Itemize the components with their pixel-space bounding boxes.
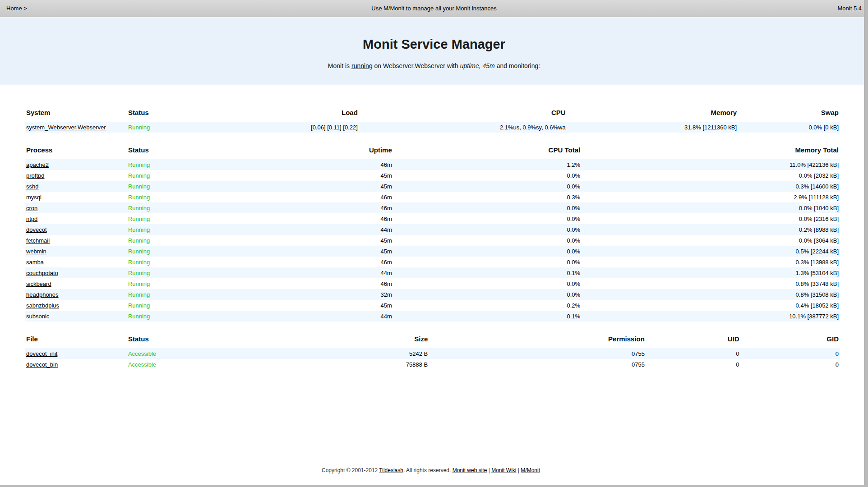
home-link[interactable]: Home: [6, 5, 22, 12]
mmonit-link[interactable]: M/Monit: [383, 5, 404, 12]
process-table-row: ntpd Running 46m 0.0% 0.0% [2316 kB]: [25, 213, 840, 224]
uptime-value: 44m: [229, 311, 393, 322]
column-header-system: System: [25, 107, 127, 122]
memory-total-value: 1.3% [53104 kB]: [582, 267, 840, 278]
process-service-link[interactable]: samba: [26, 259, 44, 266]
process-service-link[interactable]: apache2: [26, 161, 49, 168]
column-header-load: Load: [229, 107, 359, 122]
promo-suffix: to manage all your Monit instances: [406, 5, 497, 12]
promo-prefix: Use: [371, 5, 382, 12]
page-header: Monit Service Manager Monit is running o…: [0, 17, 868, 85]
file-table: File Status Size Permission UID GID dove…: [25, 333, 840, 370]
monit-website-link[interactable]: Monit web site: [452, 467, 487, 473]
gid-value: 0: [741, 359, 840, 370]
memory-total-value: 0.0% [2032 kB]: [582, 170, 840, 181]
cpu-total-value: 0.3%: [393, 192, 582, 202]
uptime-value: 46m: [229, 213, 393, 224]
process-service-link[interactable]: proftpd: [26, 172, 44, 179]
copyright-text: Copyright © 2001-2012: [322, 467, 378, 473]
system-service-link[interactable]: system_Webserver.Webserver: [26, 124, 106, 131]
process-service-link[interactable]: headphones: [26, 291, 59, 298]
file-service-link[interactable]: dovecot_bin: [26, 361, 58, 368]
cpu-total-value: 0.1%: [393, 267, 582, 278]
process-service-link[interactable]: dovecot: [26, 226, 47, 233]
monit-version-link[interactable]: Monit 5.4: [838, 5, 862, 12]
main-content: System Status Load CPU Memory Swap syste…: [0, 107, 868, 370]
service-status: Accessible: [127, 348, 229, 359]
memory-total-value: 0.2% [8988 kB]: [582, 224, 840, 235]
process-table-row: sickbeard Running 46m 0.0% 0.8% [33748 k…: [25, 278, 840, 289]
running-status-link[interactable]: running: [351, 62, 373, 69]
breadcrumb-separator: >: [22, 5, 27, 12]
memory-total-value: 0.5% [22244 kB]: [582, 246, 840, 257]
service-status: Running: [127, 235, 229, 246]
process-service-link[interactable]: ntpd: [26, 216, 37, 222]
footer-separator: |: [489, 467, 490, 473]
cpu-total-value: 0.2%: [393, 300, 582, 311]
memory-total-value: 0.4% [18052 kB]: [582, 300, 840, 311]
service-status: Accessible: [127, 359, 229, 370]
column-header-status: Status: [127, 144, 229, 159]
window-bottom-edge: [0, 485, 868, 487]
cpu-value: 2.1%us, 0.9%sy, 0.6%wa: [359, 122, 567, 133]
process-service-link[interactable]: sickbeard: [26, 280, 51, 287]
memory-total-value: 0.0% [2316 kB]: [582, 213, 840, 224]
process-service-link[interactable]: sabnzbdplus: [26, 302, 59, 309]
column-header-status: Status: [127, 333, 229, 348]
process-table-row: proftpd Running 45m 0.0% 0.0% [2032 kB]: [25, 170, 840, 181]
tildeslash-link[interactable]: Tildeslash: [379, 467, 403, 473]
column-header-cpu-total: CPU Total: [393, 144, 582, 159]
cpu-total-value: 0.0%: [393, 278, 582, 289]
cpu-total-value: 0.0%: [393, 213, 582, 224]
column-header-uid: UID: [646, 333, 741, 348]
memory-total-value: 0.8% [31508 kB]: [582, 289, 840, 300]
service-status: Running: [127, 267, 229, 278]
column-header-permission: Permission: [429, 333, 646, 348]
file-service-link[interactable]: dovecot_init: [26, 350, 57, 357]
process-table-header-row: Process Status Uptime CPU Total Memory T…: [25, 144, 840, 159]
process-service-link[interactable]: sshd: [26, 183, 38, 190]
process-service-link[interactable]: couchpotato: [26, 270, 58, 276]
process-service-link[interactable]: fetchmail: [26, 237, 50, 244]
uid-value: 0: [646, 359, 741, 370]
memory-total-value: 0.0% [3064 kB]: [582, 235, 840, 246]
system-table-header-row: System Status Load CPU Memory Swap: [25, 107, 840, 122]
process-service-link[interactable]: cron: [26, 205, 37, 211]
monit-wiki-link[interactable]: Monit Wiki: [491, 467, 516, 473]
memory-total-value: 0.3% [14600 kB]: [582, 181, 840, 192]
vertical-scrollbar[interactable]: [864, 0, 868, 487]
breadcrumb: Home >: [6, 5, 27, 12]
mmonit-promo-message: Use M/Monit to manage all your Monit ins…: [0, 5, 868, 12]
service-status: Running: [127, 289, 229, 300]
file-table-row: dovecot_bin Accessible 75888 B 0755 0 0: [25, 359, 840, 370]
process-table-row: sshd Running 45m 0.0% 0.3% [14600 kB]: [25, 181, 840, 192]
cpu-total-value: 0.0%: [393, 289, 582, 300]
process-table-row: sabnzbdplus Running 45m 0.2% 0.4% [18052…: [25, 300, 840, 311]
cpu-total-value: 0.0%: [393, 246, 582, 257]
uptime-value: 32m: [229, 289, 393, 300]
uptime-value: 44m: [229, 224, 393, 235]
uid-value: 0: [646, 348, 741, 359]
service-status: Running: [127, 278, 229, 289]
cpu-total-value: 0.0%: [393, 235, 582, 246]
memory-total-value: 10.1% [387772 kB]: [582, 311, 840, 322]
service-status: Running: [127, 170, 229, 181]
rights-text: . All rights reserved.: [403, 467, 451, 473]
cpu-total-value: 0.0%: [393, 170, 582, 181]
column-header-memory-total: Memory Total: [582, 144, 840, 159]
page-title: Monit Service Manager: [0, 17, 868, 52]
process-service-link[interactable]: mysql: [26, 194, 42, 201]
service-status: Running: [127, 300, 229, 311]
process-service-link[interactable]: subsonic: [26, 313, 49, 320]
cpu-total-value: 1.2%: [393, 159, 582, 170]
uptime-value: 46m: [229, 257, 393, 267]
process-service-link[interactable]: webmin: [26, 248, 46, 255]
mmonit-footer-link[interactable]: M/Monit: [521, 467, 540, 473]
status-prefix: Monit is: [328, 62, 350, 69]
process-table-row: subsonic Running 44m 0.1% 10.1% [387772 …: [25, 311, 840, 322]
service-status: Running: [127, 202, 229, 213]
uptime-value: 46m: [229, 192, 393, 202]
memory-total-value: 0.8% [33748 kB]: [582, 278, 840, 289]
memory-total-value: 0.0% [1040 kB]: [582, 202, 840, 213]
uptime-value: 46m: [229, 202, 393, 213]
